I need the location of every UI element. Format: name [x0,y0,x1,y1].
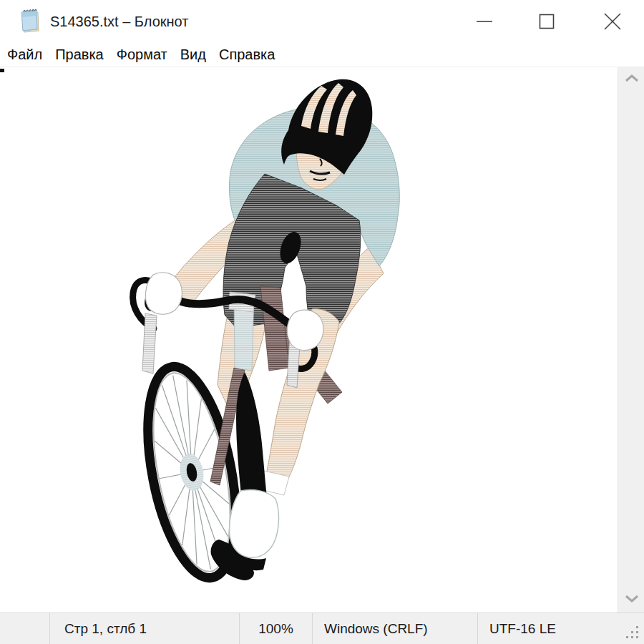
menu-view[interactable]: Вид [174,43,213,67]
notepad-window: S14365.txt – Блокнот Файл Правка Формат … [0,0,644,644]
status-encoding-label: UTF-16 LE [489,621,556,637]
menu-edit[interactable]: Правка [49,43,110,67]
status-bar: Стр 1, стлб 1 100% Windows (CRLF) UTF-16… [0,613,644,644]
status-encoding: UTF-16 LE [478,613,644,644]
vertical-scrollbar[interactable] [618,67,644,613]
title-bar: S14365.txt – Блокнот [0,0,644,43]
left-brake-lever [142,313,157,374]
status-line-ending: Windows (CRLF) [313,613,478,644]
notepad-icon [19,8,42,35]
minimize-icon [476,13,493,30]
maximize-icon [538,13,555,30]
scroll-down-icon[interactable] [624,594,640,604]
menu-file[interactable]: Файл [1,43,49,67]
status-cursor-position: Стр 1, стлб 1 [50,613,240,644]
menu-help[interactable]: Справка [213,43,281,67]
cyclist-left-glove [145,273,182,314]
close-icon [603,12,622,31]
menu-bar: Файл Правка Формат Вид Справка [0,43,644,67]
cyclist-right-shoe [230,489,279,557]
text-area[interactable] [0,67,644,613]
cyclist-right-glove [287,310,323,350]
menu-format[interactable]: Формат [110,43,174,67]
status-empty-segment [0,613,50,644]
minimize-button[interactable] [468,0,501,43]
text-caret [0,69,4,72]
status-zoom-level: 100% [240,613,313,644]
cyclist-illustration [122,77,408,585]
close-button[interactable] [596,0,629,43]
scroll-up-icon[interactable] [624,73,640,83]
resize-grip-icon[interactable] [625,625,640,640]
maximize-button[interactable] [530,0,563,43]
window-title: S14365.txt – Блокнот [50,14,188,30]
